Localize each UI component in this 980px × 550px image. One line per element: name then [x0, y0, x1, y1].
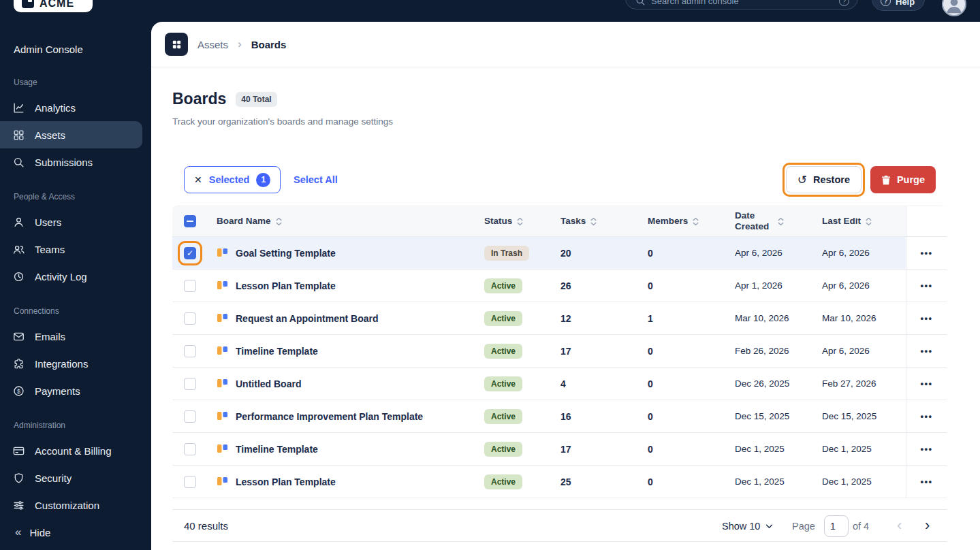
avatar-person-icon [943, 0, 965, 16]
header-tasks[interactable]: Tasks [560, 206, 648, 236]
row-actions-menu[interactable]: ••• [920, 411, 932, 421]
breadcrumb-assets[interactable]: Assets [197, 39, 228, 50]
row-actions-menu[interactable]: ••• [920, 313, 932, 323]
header-members[interactable]: Members [648, 206, 735, 236]
row-actions-menu[interactable]: ••• [920, 444, 932, 454]
user-avatar[interactable] [942, 0, 966, 16]
submissions-icon [12, 156, 25, 169]
security-icon [12, 472, 25, 485]
status-badge: Active [484, 409, 522, 424]
row-actions-menu[interactable]: ••• [920, 280, 932, 291]
table-row[interactable]: Timeline Template Active 17 0 Dec 1, 202… [172, 433, 946, 466]
sidebar-section-people: People & Access [14, 192, 75, 201]
board-name: Request an Appointment Board [236, 313, 379, 324]
header-last-edit[interactable]: Last Edit [822, 206, 906, 236]
help-icon: ? [881, 0, 891, 6]
table-row[interactable]: Performance Improvement Plan Template Ac… [172, 400, 946, 433]
table-row[interactable]: Goal Setting Template In Trash 20 0 Apr … [172, 237, 946, 270]
sidebar-item-account-billing[interactable]: Account & Billing [0, 437, 142, 464]
tasks-count: 16 [560, 411, 648, 422]
board-name: Lesson Plan Template [236, 280, 336, 291]
row-actions-menu[interactable]: ••• [920, 378, 932, 389]
sidebar-item-users[interactable]: Users [0, 208, 142, 236]
members-count: 0 [648, 411, 735, 422]
restore-button[interactable]: ↺ Restore [786, 166, 862, 193]
header-date-created[interactable]: Date Created [735, 206, 822, 236]
board-name: Performance Improvement Plan Template [236, 411, 423, 422]
row-checkbox[interactable] [184, 312, 196, 325]
sidebar-collapse-button[interactable]: « Hide [15, 525, 50, 539]
row-checkbox[interactable] [184, 410, 196, 423]
sidebar-item-activity-log[interactable]: Activity Log [0, 263, 142, 290]
row-checkbox[interactable] [184, 378, 196, 390]
header-status[interactable]: Status [484, 206, 560, 236]
users-icon [12, 216, 25, 229]
page-size-select[interactable]: Show 10 [722, 510, 773, 543]
date-created: Mar 10, 2026 [735, 313, 822, 323]
page-total-label: of 4 [853, 510, 869, 543]
undo-icon: ↺ [797, 174, 807, 186]
page-number-input[interactable] [824, 515, 849, 537]
row-checkbox[interactable] [184, 443, 196, 455]
search-input[interactable] [651, 0, 834, 6]
sidebar-item-analytics[interactable]: Analytics [0, 94, 142, 121]
chevron-down-icon [765, 524, 773, 529]
row-checkbox[interactable] [184, 345, 196, 357]
table-row[interactable]: Untitled Board Active 4 0 Dec 26, 2025 F… [172, 368, 946, 400]
table-row[interactable]: Request an Appointment Board Active 12 1… [172, 302, 946, 335]
row-checkbox[interactable] [184, 280, 196, 292]
search-help-icon[interactable]: ? [839, 0, 849, 6]
admin-search-bar[interactable]: ? [625, 0, 858, 10]
restore-highlight-annotation: ↺ Restore [783, 163, 865, 197]
sidebar-item-submissions[interactable]: Submissions [0, 148, 142, 176]
row-actions-menu[interactable]: ••• [920, 346, 932, 356]
main-content: Assets › Boards Boards 40 Total Track yo… [151, 22, 980, 550]
sidebar-item-assets[interactable]: Assets [0, 121, 142, 148]
help-button[interactable]: ? Help [872, 0, 925, 11]
row-checkbox[interactable] [184, 247, 196, 259]
last-edit: Apr 6, 2026 [822, 248, 906, 258]
table-row[interactable]: Timeline Template Active 17 0 Feb 26, 20… [172, 335, 946, 368]
sidebar-section-usage: Usage [14, 78, 37, 87]
sidebar-item-payments[interactable]: $ Payments [0, 377, 142, 404]
date-created: Dec 15, 2025 [735, 411, 822, 421]
board-name: Untitled Board [236, 378, 301, 389]
row-checkbox[interactable] [184, 476, 196, 488]
board-icon [217, 280, 228, 291]
last-edit: Dec 1, 2025 [822, 444, 906, 454]
status-badge: Active [484, 474, 522, 489]
select-all-link[interactable]: Select All [294, 166, 338, 193]
tasks-count: 25 [560, 476, 648, 487]
svg-text:$: $ [17, 387, 20, 394]
last-edit: Apr 6, 2026 [822, 346, 906, 356]
sort-icon [692, 217, 699, 226]
date-created: Apr 1, 2026 [735, 280, 822, 291]
header-actions [906, 206, 947, 236]
tasks-count: 4 [560, 378, 648, 389]
status-badge: Active [484, 278, 522, 293]
previous-page-button[interactable]: ‹ [897, 510, 902, 541]
table-row[interactable]: Lesson Plan Template Active 25 0 Dec 1, … [172, 466, 946, 498]
sort-icon [275, 217, 283, 226]
activity-log-icon [12, 270, 25, 283]
purge-button[interactable]: Purge [870, 166, 936, 193]
sidebar-item-security[interactable]: Security [0, 464, 142, 491]
page-title: Boards [172, 90, 226, 108]
table-footer: 40 results Show 10 Page of 4 ‹ › [172, 509, 947, 542]
breadcrumb: Assets › Boards [151, 22, 980, 67]
acme-logo[interactable]: ACME [14, 0, 93, 12]
analytics-icon [12, 101, 25, 114]
row-actions-menu[interactable]: ••• [920, 248, 932, 258]
row-actions-menu[interactable]: ••• [920, 476, 932, 487]
help-label: Help [896, 0, 915, 7]
sidebar-item-integrations[interactable]: Integrations [0, 350, 142, 377]
header-board-name[interactable]: Board Name [205, 206, 484, 236]
sidebar-item-customization[interactable]: Customization [0, 491, 142, 519]
select-all-checkbox[interactable] [184, 215, 196, 227]
sidebar-item-emails[interactable]: Emails [0, 323, 142, 350]
table-row[interactable]: Lesson Plan Template Active 26 0 Apr 1, … [172, 270, 946, 302]
clear-selection-button[interactable]: ✕ Selected 1 [184, 166, 281, 193]
last-edit: Apr 6, 2026 [822, 280, 906, 291]
sidebar-item-teams[interactable]: Teams [0, 236, 142, 263]
next-page-button[interactable]: › [925, 510, 930, 541]
